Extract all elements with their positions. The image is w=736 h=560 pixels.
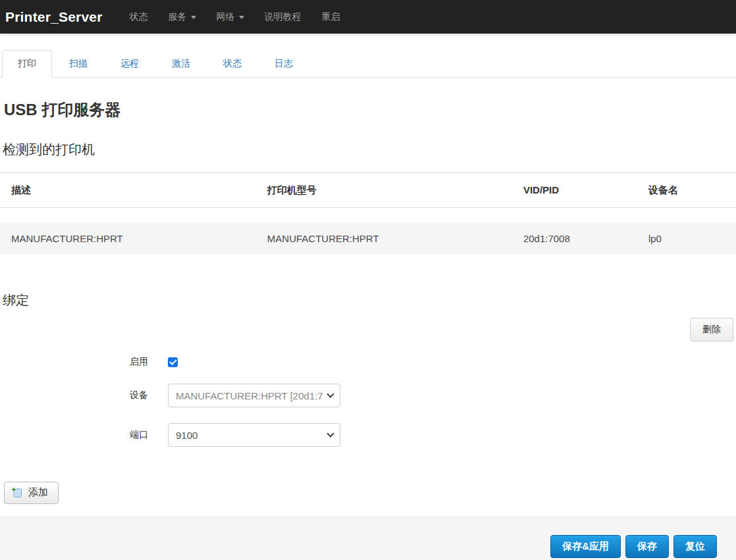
tab-bar: 打印 扫描 远程 激活 状态 日志	[0, 50, 736, 78]
nav-item-network[interactable]: 网络	[217, 11, 244, 23]
device-select-wrap: MANUFACTURER:HPRT [20d1:7008]	[168, 384, 340, 407]
add-button[interactable]: 添加	[4, 482, 59, 504]
top-navbar: Printer_Server 状态 服务 网络 说明教程 重启	[0, 0, 736, 34]
col-header-vidpid: VID/PID	[523, 184, 648, 197]
reset-button[interactable]: 复位	[673, 535, 717, 558]
printer-vidpid: 20d1:7008	[523, 233, 648, 244]
nav-item-tutorial[interactable]: 说明教程	[265, 11, 302, 23]
table-spacer	[0, 208, 736, 223]
tab-log[interactable]: 日志	[259, 50, 309, 78]
enable-row: 启用	[0, 356, 736, 368]
delete-button[interactable]: 删除	[690, 318, 733, 342]
add-button-label: 添加	[28, 486, 48, 499]
footer-action-bar: 保存&应用 保存 复位	[0, 517, 736, 560]
nav-item-label: 重启	[322, 11, 340, 23]
printers-table-header: 描述 打印机型号 VID/PID 设备名	[0, 173, 736, 208]
caret-down-icon	[191, 16, 196, 19]
table-row: MANUFACTURER:HPRT MANUFACTURER:HPRT 20d1…	[0, 223, 736, 254]
app-brand[interactable]: Printer_Server	[5, 9, 103, 25]
tab-remote[interactable]: 远程	[105, 50, 155, 78]
port-select-wrap: 9100	[168, 423, 340, 447]
nav-item-label: 说明教程	[265, 11, 302, 23]
col-header-device: 设备名	[648, 184, 736, 197]
nav-item-services[interactable]: 服务	[169, 11, 196, 23]
detected-printers-heading: 检测到的打印机	[3, 141, 736, 159]
binding-form: 启用 设备 MANUFACTURER:HPRT [20d1:7008] 端口 9…	[0, 356, 736, 447]
nav-item-label: 状态	[130, 11, 148, 23]
enable-label: 启用	[130, 356, 168, 368]
nav-item-reboot[interactable]: 重启	[322, 11, 340, 23]
binding-heading: 绑定	[3, 292, 736, 309]
tab-print[interactable]: 打印	[2, 50, 52, 78]
main-content: USB 打印服务器 检测到的打印机 描述 打印机型号 VID/PID 设备名 M…	[0, 99, 736, 504]
printer-device-name: lp0	[648, 233, 736, 244]
tab-scan[interactable]: 扫描	[53, 50, 103, 78]
tab-status[interactable]: 状态	[207, 50, 257, 78]
port-select[interactable]: 9100	[168, 423, 340, 447]
device-select[interactable]: MANUFACTURER:HPRT [20d1:7008]	[168, 384, 340, 407]
printer-model: MANUFACTURER:HPRT	[267, 233, 523, 244]
save-apply-button[interactable]: 保存&应用	[550, 535, 621, 558]
save-button[interactable]: 保存	[625, 535, 669, 558]
enable-checkbox[interactable]	[168, 357, 178, 367]
binding-toolbar: 删除	[0, 318, 736, 342]
tab-activate[interactable]: 激活	[156, 50, 206, 78]
nav-menu: 状态 服务 网络 说明教程 重启	[130, 11, 340, 23]
port-row: 端口 9100	[0, 423, 736, 447]
port-label: 端口	[130, 429, 168, 441]
caret-down-icon	[239, 16, 244, 19]
printer-description: MANUFACTURER:HPRT	[0, 233, 267, 244]
device-label: 设备	[130, 390, 168, 401]
col-header-description: 描述	[0, 184, 267, 197]
col-header-model: 打印机型号	[267, 184, 523, 197]
printers-table: 描述 打印机型号 VID/PID 设备名 MANUFACTURER:HPRT M…	[0, 172, 736, 254]
page-title: USB 打印服务器	[4, 99, 736, 120]
device-row: 设备 MANUFACTURER:HPRT [20d1:7008]	[0, 384, 736, 407]
nav-item-label: 服务	[169, 11, 187, 23]
add-row: 添加	[4, 482, 736, 504]
nav-item-status[interactable]: 状态	[130, 11, 148, 23]
add-page-icon	[11, 487, 22, 498]
nav-item-label: 网络	[217, 11, 235, 23]
